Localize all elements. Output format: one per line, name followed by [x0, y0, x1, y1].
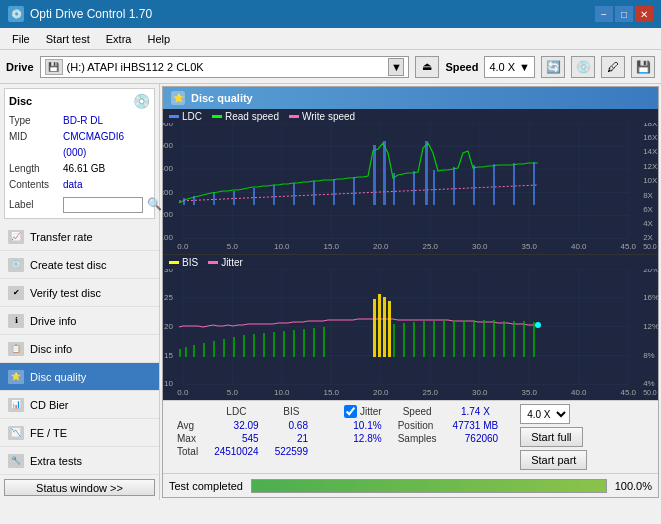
svg-rect-121 [393, 324, 395, 357]
chart1-container: LDC Read speed Write speed [163, 109, 658, 255]
svg-rect-128 [463, 320, 465, 357]
svg-text:200: 200 [163, 210, 173, 219]
nav-cd-bier[interactable]: 📊 CD Bier [0, 391, 159, 419]
svg-rect-64 [163, 269, 658, 400]
svg-text:10: 10 [164, 379, 173, 388]
nav-extra-tests[interactable]: 🔧 Extra tests [0, 447, 159, 475]
svg-text:20.0: 20.0 [373, 242, 389, 251]
svg-rect-62 [513, 163, 515, 205]
chart2-legend: BIS Jitter [163, 255, 658, 270]
svg-rect-129 [473, 320, 475, 357]
drive-value: (H:) ATAPI iHBS112 2 CL0K [67, 61, 385, 73]
svg-rect-110 [263, 333, 265, 357]
svg-rect-54 [383, 141, 386, 205]
col-spacer [316, 404, 336, 419]
svg-rect-46 [233, 191, 235, 205]
svg-text:4%: 4% [643, 379, 655, 388]
chart1-svg: 600 500 400 300 200 100 18X 16X 14X 12X … [163, 123, 658, 254]
svg-rect-125 [433, 321, 435, 357]
nav-disc-info[interactable]: 📋 Disc info [0, 335, 159, 363]
col-jitter-check: Jitter [336, 404, 390, 419]
main-area: Disc 💿 Type BD-R DL MID CMCMAGDI6 (000) … [0, 84, 661, 500]
svg-rect-43 [183, 198, 185, 205]
avg-ldc: 32.09 [206, 419, 267, 432]
nav-disc-quality-label: Disc quality [30, 371, 86, 383]
svg-text:20.0: 20.0 [373, 388, 389, 397]
total-bis: 522599 [267, 445, 316, 458]
svg-text:4X: 4X [643, 219, 653, 228]
svg-text:35.0: 35.0 [522, 388, 538, 397]
svg-text:20: 20 [164, 322, 173, 331]
save-button[interactable]: 💾 [631, 56, 655, 78]
svg-rect-124 [423, 321, 425, 357]
svg-text:18X: 18X [643, 123, 658, 128]
speed-selector[interactable]: 4.0 X ▼ [484, 56, 535, 78]
menu-file[interactable]: File [4, 31, 38, 47]
svg-text:6X: 6X [643, 205, 653, 214]
content-title: Disc quality [191, 92, 253, 104]
write-speed-color [289, 115, 299, 118]
settings-button[interactable]: 🖊 [601, 56, 625, 78]
nav-disc-quality[interactable]: ⭐ Disc quality [0, 363, 159, 391]
svg-rect-102 [185, 347, 187, 357]
svg-rect-57 [425, 141, 428, 205]
svg-text:600: 600 [163, 123, 173, 128]
minimize-button[interactable]: − [595, 6, 613, 22]
svg-rect-51 [333, 179, 335, 205]
disc-panel: Disc 💿 Type BD-R DL MID CMCMAGDI6 (000) … [4, 88, 155, 219]
nav-drive-info[interactable]: ℹ Drive info [0, 307, 159, 335]
nav-create-test-disc[interactable]: 💿 Create test disc [0, 251, 159, 279]
drive-icon: 💾 [45, 59, 63, 75]
speed-dropdown[interactable]: 4.0 X [520, 404, 570, 424]
svg-text:8%: 8% [643, 351, 655, 360]
avg-label: Avg [169, 419, 206, 432]
svg-text:10.0: 10.0 [274, 242, 290, 251]
maximize-button[interactable]: □ [615, 6, 633, 22]
svg-text:15.0: 15.0 [324, 242, 340, 251]
svg-text:12X: 12X [643, 162, 658, 171]
eject-button[interactable]: ⏏ [415, 56, 439, 78]
svg-rect-106 [223, 339, 225, 357]
label-icon[interactable]: 🔍 [147, 195, 162, 214]
svg-rect-50 [313, 181, 315, 205]
svg-text:100: 100 [163, 233, 173, 242]
menu-extra[interactable]: Extra [98, 31, 140, 47]
label-input[interactable] [63, 197, 143, 213]
nav-verify-test-disc[interactable]: ✔ Verify test disc [0, 279, 159, 307]
close-button[interactable]: ✕ [635, 6, 653, 22]
nav-fe-te[interactable]: 📉 FE / TE [0, 419, 159, 447]
jitter-checkbox[interactable] [344, 405, 357, 418]
drive-label: Drive [6, 61, 34, 73]
start-part-button[interactable]: Start part [520, 450, 587, 470]
legend-jitter: Jitter [208, 257, 243, 268]
svg-rect-130 [483, 320, 485, 357]
nav-verify-test-disc-label: Verify test disc [30, 287, 101, 299]
menu-start-test[interactable]: Start test [38, 31, 98, 47]
svg-rect-114 [303, 329, 305, 357]
verify-test-disc-icon: ✔ [8, 286, 24, 300]
menu-help[interactable]: Help [139, 31, 178, 47]
drive-dropdown-button[interactable]: ▼ [388, 58, 404, 76]
status-window-label: Status window >> [36, 482, 123, 494]
speed-control: 4.0 X [520, 404, 570, 424]
status-text: Test completed [169, 480, 243, 492]
menubar: File Start test Extra Help [0, 28, 661, 50]
nav-transfer-rate[interactable]: 📈 Transfer rate [0, 223, 159, 251]
svg-text:14X: 14X [643, 147, 658, 156]
disc-button[interactable]: 💿 [571, 56, 595, 78]
svg-rect-133 [513, 321, 515, 357]
svg-text:25: 25 [164, 293, 173, 302]
svg-text:8X: 8X [643, 191, 653, 200]
status-window-button[interactable]: Status window >> [4, 479, 155, 496]
svg-rect-134 [523, 321, 525, 357]
svg-rect-127 [453, 320, 455, 357]
svg-rect-101 [179, 349, 181, 357]
svg-rect-135 [533, 322, 535, 357]
disc-panel-icon: 💿 [133, 93, 150, 109]
jitter-color [208, 261, 218, 264]
drive-selector[interactable]: 💾 (H:) ATAPI iHBS112 2 CL0K ▼ [40, 56, 410, 78]
legend-write-speed: Write speed [289, 111, 355, 122]
refresh-button[interactable]: 🔄 [541, 56, 565, 78]
col-speed-header: Speed [390, 404, 445, 419]
start-full-button[interactable]: Start full [520, 427, 582, 447]
